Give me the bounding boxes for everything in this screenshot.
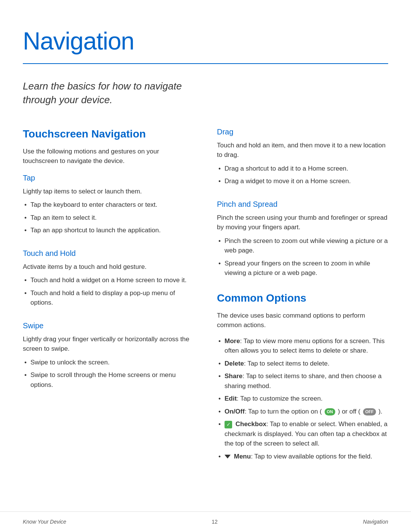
term-edit: Edit: [225, 395, 237, 402]
list-item: More: Tap to view more menu options for …: [217, 336, 388, 356]
tap-title: Tap: [23, 172, 194, 184]
list-item: Pinch the screen to zoom out while viewi…: [217, 236, 388, 256]
term-share: Share: [225, 372, 242, 380]
touch-and-hold-title: Touch and Hold: [23, 248, 194, 259]
term-onoff: On/Off: [225, 408, 245, 415]
common-options-desc: The device uses basic command options to…: [217, 311, 388, 330]
list-item: Drag a shortcut to add it to a Home scre…: [217, 164, 388, 174]
tap-list: Tap the keyboard to enter characters or …: [23, 200, 194, 235]
left-column: Touchscreen Navigation Use the following…: [23, 126, 194, 477]
tap-section: Tap Lightly tap items to select or launc…: [23, 172, 194, 235]
two-column-layout: Touchscreen Navigation Use the following…: [23, 126, 388, 477]
swipe-list: Swipe to unlock the screen. Swipe to scr…: [23, 358, 194, 390]
drag-section: Drag Touch and hold an item, and then mo…: [217, 126, 388, 186]
on-badge: ON: [325, 408, 336, 415]
common-options-section: Common Options The device uses basic com…: [217, 290, 388, 462]
footer-right: Navigation: [363, 518, 388, 526]
page-footer: Know Your Device 12 Navigation: [0, 511, 411, 532]
list-item: Share: Tap to select items to share, and…: [217, 371, 388, 391]
text-delete: : Tap to select items to delete.: [244, 360, 330, 367]
list-item: Touch and hold a field to display a pop-…: [23, 288, 194, 308]
term-delete: Delete: [225, 360, 244, 367]
text-onoff-1: : Tap to turn the option on (: [245, 408, 322, 415]
text-onoff-3: ).: [378, 408, 382, 415]
term-checkbox: Checkbox: [236, 420, 266, 428]
common-options-title: Common Options: [217, 290, 388, 306]
off-badge: OFF: [363, 408, 376, 415]
intro-text: Learn the basics for how to navigate thr…: [23, 79, 190, 107]
list-item: Swipe to unlock the screen.: [23, 358, 194, 367]
drag-desc: Touch and hold an item, and then move it…: [217, 141, 388, 160]
checkbox-icon: ✓: [225, 421, 232, 428]
list-item: Tap the keyboard to enter characters or …: [23, 200, 194, 210]
term-menu: Menu: [234, 453, 251, 460]
text-menu: : Tap to view available options for the …: [251, 453, 372, 460]
pinch-spread-section: Pinch and Spread Pinch the screen using …: [217, 198, 388, 278]
list-item: Spread your fingers on the screen to zoo…: [217, 259, 388, 278]
swipe-desc: Lightly drag your finger vertically or h…: [23, 334, 194, 354]
text-onoff-2: ) or off (: [338, 408, 360, 415]
pinch-spread-list: Pinch the screen to zoom out while viewi…: [217, 236, 388, 278]
touchscreen-navigation-section: Touchscreen Navigation Use the following…: [23, 126, 194, 390]
drag-title: Drag: [217, 126, 388, 137]
drag-list: Drag a shortcut to add it to a Home scre…: [217, 164, 388, 186]
list-item: ✓ Checkbox: Tap to enable or select. Whe…: [217, 419, 388, 449]
text-share: : Tap to select items to share, and then…: [225, 372, 382, 390]
term-more: More: [225, 337, 240, 345]
touchscreen-navigation-title: Touchscreen Navigation: [23, 126, 194, 142]
footer-left: Know Your Device: [23, 518, 66, 526]
pinch-spread-desc: Pinch the screen using your thumb and fo…: [217, 213, 388, 232]
list-item: Touch and hold a widget on a Home screen…: [23, 275, 194, 285]
swipe-section: Swipe Lightly drag your finger verticall…: [23, 320, 194, 390]
tap-desc: Lightly tap items to select or launch th…: [23, 187, 194, 197]
touch-and-hold-section: Touch and Hold Activate items by a touch…: [23, 248, 194, 308]
touchscreen-navigation-desc: Use the following motions and gestures o…: [23, 147, 194, 166]
list-item: Tap an app shortcut to launch the applic…: [23, 225, 194, 235]
text-more: : Tap to view more menu options for a sc…: [225, 337, 385, 355]
list-item: Tap an item to select it.: [23, 213, 194, 223]
list-item: Edit: Tap to customize the screen.: [217, 394, 388, 404]
list-item: On/Off: Tap to turn the option on ( ON )…: [217, 407, 388, 417]
title-divider: [23, 63, 388, 64]
swipe-title: Swipe: [23, 320, 194, 331]
list-item: Menu: Tap to view available options for …: [217, 452, 388, 462]
list-item: Swipe to scroll through the Home screens…: [23, 370, 194, 390]
menu-icon: [225, 455, 231, 459]
list-item: Delete: Tap to select items to delete.: [217, 359, 388, 369]
list-item: Drag a widget to move it on a Home scree…: [217, 176, 388, 186]
touch-and-hold-list: Touch and hold a widget on a Home screen…: [23, 275, 194, 308]
pinch-spread-title: Pinch and Spread: [217, 198, 388, 210]
touch-and-hold-desc: Activate items by a touch and hold gestu…: [23, 262, 194, 272]
common-options-list: More: Tap to view more menu options for …: [217, 336, 388, 462]
text-edit: : Tap to customize the screen.: [237, 395, 323, 402]
right-column: Drag Touch and hold an item, and then mo…: [217, 126, 388, 477]
footer-page-number: 12: [212, 518, 218, 526]
page-title: Navigation: [23, 23, 388, 59]
